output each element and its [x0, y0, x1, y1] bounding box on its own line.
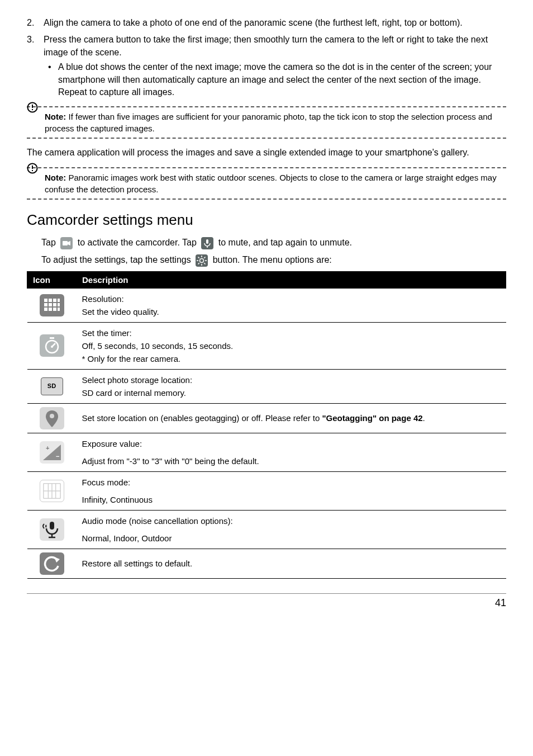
table-row: +− Exposure value: Adjust from "-3" to "…: [27, 433, 506, 471]
svg-line-15: [204, 263, 205, 264]
svg-marker-49: [54, 557, 60, 563]
svg-rect-20: [53, 299, 56, 302]
row-text: Set store location on (enables geotaggin…: [82, 412, 501, 424]
row-line1: Set the timer:: [82, 327, 501, 339]
table-row: SD Select photo storage location: SD car…: [27, 369, 506, 403]
svg-rect-7: [206, 239, 208, 244]
svg-rect-2: [32, 109, 33, 110]
row-line2: Off, 5 seconds, 10 seconds, 15 seconds.: [82, 340, 501, 352]
svg-rect-27: [49, 308, 52, 311]
location-pin-icon: [40, 407, 64, 429]
svg-point-9: [200, 258, 204, 262]
svg-text:−: −: [56, 453, 59, 460]
note-block-1: Note: If fewer than five images are suff…: [27, 106, 506, 139]
svg-rect-24: [53, 303, 56, 306]
svg-rect-25: [58, 303, 60, 306]
svg-rect-26: [44, 308, 47, 311]
svg-line-16: [198, 263, 199, 264]
alert-icon: [27, 163, 38, 174]
note-label: Note:: [45, 173, 66, 182]
table-row: Audio mode (noise cancellation options):…: [27, 510, 506, 549]
inline-instruction-2: To adjust the settings, tap the settings…: [41, 254, 506, 267]
page-number: 41: [27, 593, 506, 610]
svg-rect-23: [49, 303, 52, 306]
step-number: 2.: [27, 17, 34, 29]
microphone-icon: [201, 237, 213, 249]
row-line1: Select photo storage location:: [82, 374, 501, 386]
text-post: button. The menu options are:: [213, 255, 332, 264]
settings-icon: [196, 254, 208, 267]
svg-rect-46: [50, 522, 54, 530]
row-line1: Audio mode (noise cancellation options):: [82, 515, 501, 527]
sd-card-icon: SD: [41, 377, 63, 395]
svg-rect-19: [49, 299, 52, 302]
table-row: Set the timer: Off, 5 seconds, 10 second…: [27, 322, 506, 369]
note-text: If fewer than five images are sufficient…: [45, 112, 492, 133]
audio-mic-icon: [40, 518, 64, 541]
row-line1: Exposure value:: [82, 438, 501, 450]
row-line3: * Only for the rear camera.: [82, 353, 501, 365]
svg-rect-28: [53, 308, 56, 311]
text-pre: Tap: [41, 238, 58, 247]
sub-bullets: A blue dot shows the center of the next …: [44, 61, 506, 98]
timer-icon: [40, 334, 64, 357]
svg-text:+: +: [46, 445, 49, 451]
table-row: Resolution: Set the video quality.: [27, 288, 506, 322]
step-3: 3. Press the camera button to take the f…: [27, 34, 506, 98]
text-mid: to activate the camcorder. Tap: [78, 238, 199, 247]
note-text: Panoramic images work best with static o…: [45, 173, 497, 194]
svg-rect-22: [44, 303, 47, 306]
svg-rect-5: [32, 170, 33, 171]
svg-line-17: [204, 257, 205, 258]
row-line2: SD card or internal memory.: [82, 387, 501, 399]
alert-icon: [27, 102, 38, 113]
step-2: 2. Align the camera to take a photo of o…: [27, 17, 506, 29]
svg-point-33: [51, 346, 53, 348]
table-row: Focus mode: Infinity, Continuous: [27, 471, 506, 510]
svg-point-34: [50, 414, 54, 418]
numbered-steps: 2. Align the camera to take a photo of o…: [27, 17, 506, 98]
table-row: Set store location on (enables geotaggin…: [27, 403, 506, 433]
svg-rect-29: [58, 308, 60, 311]
focus-grid-icon: [40, 480, 64, 502]
row-line2: Adjust from "-3" to "3" with "0" being t…: [82, 455, 501, 467]
svg-line-14: [198, 257, 199, 258]
table-row: Restore all settings to default.: [27, 549, 506, 578]
row-line2: Set the video quality.: [82, 306, 501, 318]
bullet-item: A blue dot shows the center of the next …: [44, 61, 506, 98]
row-line1: Resolution:: [82, 293, 501, 305]
row-line2: Infinity, Continuous: [82, 494, 501, 505]
step-text: Press the camera button to take the firs…: [44, 35, 488, 56]
resolution-icon: [40, 294, 64, 316]
inline-instruction-1: Tap to activate the camcorder. Tap to mu…: [41, 237, 506, 249]
step-text: Align the camera to take a photo of one …: [44, 18, 463, 27]
note-block-2: Note: Panoramic images work best with st…: [27, 167, 506, 200]
row-line2: Normal, Indoor, Outdoor: [82, 532, 501, 544]
body-paragraph: The camera application will process the …: [27, 147, 506, 159]
table-header-desc: Description: [77, 271, 506, 288]
camcorder-icon: [60, 237, 73, 249]
row-line1: Restore all settings to default.: [82, 557, 501, 569]
svg-rect-1: [32, 105, 33, 108]
text-pre: To adjust the settings, tap the settings: [41, 255, 193, 264]
step-number: 3.: [27, 34, 34, 46]
table-header-icon: Icon: [27, 271, 77, 288]
note-label: Note:: [45, 112, 66, 121]
settings-table: Icon Description Resolution: Set the vid…: [27, 271, 506, 579]
row-line1: Focus mode:: [82, 476, 501, 488]
svg-rect-18: [44, 299, 47, 302]
restore-icon: [40, 552, 64, 575]
svg-rect-21: [58, 299, 60, 302]
svg-rect-6: [63, 241, 68, 245]
svg-rect-4: [32, 166, 33, 169]
svg-rect-31: [50, 337, 54, 339]
section-heading: Camcorder settings menu: [27, 210, 506, 230]
exposure-icon: +−: [40, 441, 64, 464]
text-post: to mute, and tap again to unmute.: [218, 238, 352, 247]
